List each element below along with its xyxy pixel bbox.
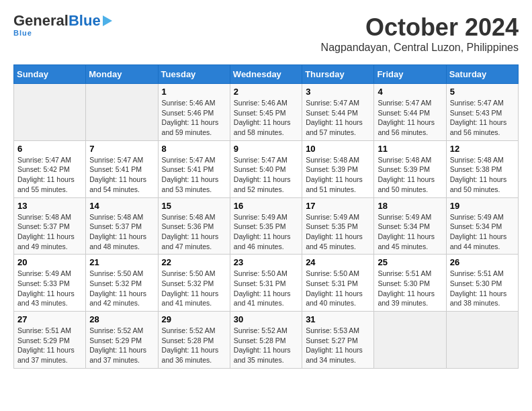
day-number: 27 (17, 314, 82, 324)
day-info: Sunrise: 5:47 AM Sunset: 5:41 PM Dayligh… (89, 155, 154, 195)
day-info: Sunrise: 5:50 AM Sunset: 5:32 PM Dayligh… (162, 269, 226, 308)
day-number: 4 (378, 87, 442, 97)
column-header-wednesday: Wednesday (230, 65, 302, 84)
column-header-tuesday: Tuesday (158, 65, 230, 84)
calendar-week-row: 20Sunrise: 5:49 AM Sunset: 5:33 PM Dayli… (14, 255, 519, 312)
day-info: Sunrise: 5:49 AM Sunset: 5:35 PM Dayligh… (306, 212, 370, 252)
calendar-cell: 23Sunrise: 5:50 AM Sunset: 5:31 PM Dayli… (230, 255, 302, 312)
day-info: Sunrise: 5:47 AM Sunset: 5:42 PM Dayligh… (17, 155, 82, 195)
calendar-cell: 19Sunrise: 5:49 AM Sunset: 5:34 PM Dayli… (446, 197, 518, 255)
calendar-cell: 27Sunrise: 5:51 AM Sunset: 5:29 PM Dayli… (14, 312, 86, 369)
calendar-cell: 25Sunrise: 5:51 AM Sunset: 5:30 PM Dayli… (374, 255, 446, 312)
day-number: 23 (234, 257, 298, 267)
calendar-cell: 13Sunrise: 5:48 AM Sunset: 5:37 PM Dayli… (14, 197, 86, 255)
calendar-cell: 1Sunrise: 5:46 AM Sunset: 5:46 PM Daylig… (158, 84, 230, 141)
day-number: 29 (162, 314, 226, 324)
day-number: 15 (162, 201, 226, 211)
day-number: 21 (89, 257, 154, 267)
day-number: 3 (306, 87, 370, 97)
day-number: 2 (234, 87, 298, 97)
day-info: Sunrise: 5:51 AM Sunset: 5:30 PM Dayligh… (378, 269, 442, 308)
day-info: Sunrise: 5:52 AM Sunset: 5:28 PM Dayligh… (162, 326, 226, 365)
calendar-body: 1Sunrise: 5:46 AM Sunset: 5:46 PM Daylig… (14, 84, 519, 369)
day-number: 18 (378, 201, 442, 211)
day-info: Sunrise: 5:48 AM Sunset: 5:38 PM Dayligh… (450, 155, 515, 195)
day-info: Sunrise: 5:47 AM Sunset: 5:43 PM Dayligh… (450, 98, 515, 138)
calendar-cell: 9Sunrise: 5:47 AM Sunset: 5:40 PM Daylig… (230, 140, 302, 197)
day-info: Sunrise: 5:52 AM Sunset: 5:28 PM Dayligh… (234, 326, 298, 365)
calendar-cell: 6Sunrise: 5:47 AM Sunset: 5:42 PM Daylig… (14, 140, 86, 197)
day-number: 1 (162, 87, 226, 97)
calendar-week-row: 6Sunrise: 5:47 AM Sunset: 5:42 PM Daylig… (14, 140, 519, 197)
calendar-header-row: SundayMondayTuesdayWednesdayThursdayFrid… (14, 65, 519, 84)
calendar-cell: 4Sunrise: 5:47 AM Sunset: 5:44 PM Daylig… (374, 84, 446, 141)
calendar-cell: 16Sunrise: 5:49 AM Sunset: 5:35 PM Dayli… (230, 197, 302, 255)
day-info: Sunrise: 5:51 AM Sunset: 5:30 PM Dayligh… (450, 269, 515, 308)
page-header: GeneralBlue Blue October 2024 Nagpandaya… (13, 13, 519, 54)
day-number: 26 (450, 257, 515, 267)
day-number: 30 (234, 314, 298, 324)
calendar-week-row: 1Sunrise: 5:46 AM Sunset: 5:46 PM Daylig… (14, 84, 519, 141)
calendar-cell: 17Sunrise: 5:49 AM Sunset: 5:35 PM Dayli… (302, 197, 374, 255)
day-info: Sunrise: 5:49 AM Sunset: 5:34 PM Dayligh… (450, 212, 515, 252)
day-info: Sunrise: 5:49 AM Sunset: 5:33 PM Dayligh… (17, 269, 82, 308)
day-info: Sunrise: 5:48 AM Sunset: 5:39 PM Dayligh… (306, 155, 370, 195)
column-header-monday: Monday (86, 65, 158, 84)
calendar-cell (14, 84, 86, 141)
column-header-thursday: Thursday (302, 65, 374, 84)
calendar-cell: 10Sunrise: 5:48 AM Sunset: 5:39 PM Dayli… (302, 140, 374, 197)
day-number: 20 (17, 257, 82, 267)
day-info: Sunrise: 5:48 AM Sunset: 5:37 PM Dayligh… (17, 212, 82, 252)
column-header-friday: Friday (374, 65, 446, 84)
day-number: 10 (306, 144, 370, 154)
day-info: Sunrise: 5:52 AM Sunset: 5:29 PM Dayligh… (89, 326, 154, 365)
logo: GeneralBlue Blue (13, 13, 112, 37)
day-number: 9 (234, 144, 298, 154)
title-area: October 2024 Nagpandayan, Central Luzon,… (321, 13, 519, 54)
day-number: 17 (306, 201, 370, 211)
day-info: Sunrise: 5:47 AM Sunset: 5:40 PM Dayligh… (234, 155, 298, 195)
calendar-cell: 24Sunrise: 5:50 AM Sunset: 5:31 PM Dayli… (302, 255, 374, 312)
day-number: 7 (89, 144, 154, 154)
day-number: 6 (17, 144, 82, 154)
column-header-sunday: Sunday (14, 65, 86, 84)
day-number: 28 (89, 314, 154, 324)
calendar-cell: 5Sunrise: 5:47 AM Sunset: 5:43 PM Daylig… (446, 84, 518, 141)
calendar-cell: 26Sunrise: 5:51 AM Sunset: 5:30 PM Dayli… (446, 255, 518, 312)
day-info: Sunrise: 5:50 AM Sunset: 5:32 PM Dayligh… (89, 269, 154, 308)
day-number: 22 (162, 257, 226, 267)
calendar-cell: 18Sunrise: 5:49 AM Sunset: 5:34 PM Dayli… (374, 197, 446, 255)
calendar-cell: 31Sunrise: 5:53 AM Sunset: 5:27 PM Dayli… (302, 312, 374, 369)
day-info: Sunrise: 5:49 AM Sunset: 5:35 PM Dayligh… (234, 212, 298, 252)
calendar-cell: 7Sunrise: 5:47 AM Sunset: 5:41 PM Daylig… (86, 140, 158, 197)
calendar-table: SundayMondayTuesdayWednesdayThursdayFrid… (13, 64, 519, 369)
calendar-week-row: 13Sunrise: 5:48 AM Sunset: 5:37 PM Dayli… (14, 197, 519, 255)
day-info: Sunrise: 5:50 AM Sunset: 5:31 PM Dayligh… (306, 269, 370, 308)
month-title: October 2024 (321, 13, 519, 42)
calendar-cell: 30Sunrise: 5:52 AM Sunset: 5:28 PM Dayli… (230, 312, 302, 369)
calendar-cell: 28Sunrise: 5:52 AM Sunset: 5:29 PM Dayli… (86, 312, 158, 369)
calendar-cell: 22Sunrise: 5:50 AM Sunset: 5:32 PM Dayli… (158, 255, 230, 312)
day-info: Sunrise: 5:46 AM Sunset: 5:45 PM Dayligh… (234, 98, 298, 138)
day-number: 16 (234, 201, 298, 211)
day-info: Sunrise: 5:49 AM Sunset: 5:34 PM Dayligh… (378, 212, 442, 252)
calendar-cell: 8Sunrise: 5:47 AM Sunset: 5:41 PM Daylig… (158, 140, 230, 197)
day-number: 25 (378, 257, 442, 267)
calendar-cell (86, 84, 158, 141)
day-number: 8 (162, 144, 226, 154)
day-number: 11 (378, 144, 442, 154)
day-number: 14 (89, 201, 154, 211)
day-number: 13 (17, 201, 82, 211)
day-info: Sunrise: 5:47 AM Sunset: 5:44 PM Dayligh… (306, 98, 370, 138)
calendar-cell (446, 312, 518, 369)
day-number: 24 (306, 257, 370, 267)
logo-underline: Blue (13, 29, 32, 37)
calendar-cell: 11Sunrise: 5:48 AM Sunset: 5:39 PM Dayli… (374, 140, 446, 197)
calendar-cell: 29Sunrise: 5:52 AM Sunset: 5:28 PM Dayli… (158, 312, 230, 369)
day-info: Sunrise: 5:48 AM Sunset: 5:36 PM Dayligh… (162, 212, 226, 252)
day-number: 5 (450, 87, 515, 97)
day-info: Sunrise: 5:47 AM Sunset: 5:44 PM Dayligh… (378, 98, 442, 138)
day-info: Sunrise: 5:51 AM Sunset: 5:29 PM Dayligh… (17, 326, 82, 365)
calendar-cell: 21Sunrise: 5:50 AM Sunset: 5:32 PM Dayli… (86, 255, 158, 312)
day-info: Sunrise: 5:50 AM Sunset: 5:31 PM Dayligh… (234, 269, 298, 308)
